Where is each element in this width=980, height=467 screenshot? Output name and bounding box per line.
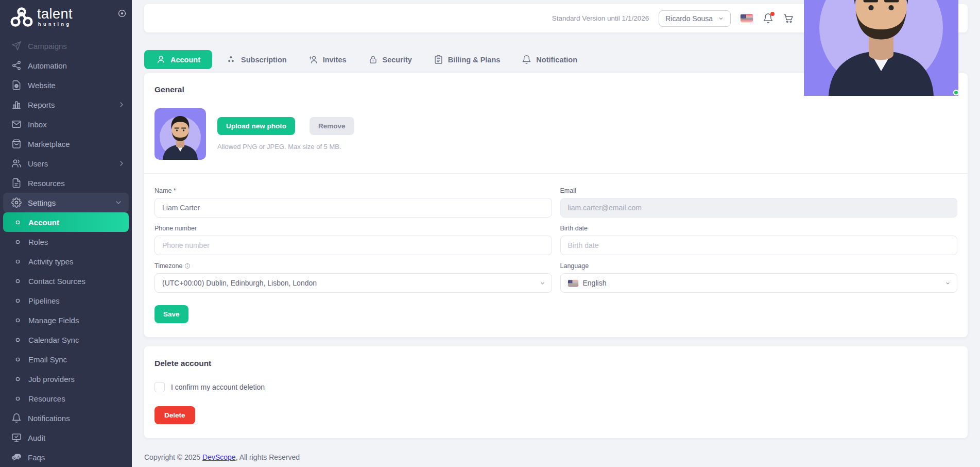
dots-icon bbox=[227, 55, 236, 64]
sidebar-item-label: Notifications bbox=[28, 414, 70, 423]
sidebar-item-users[interactable]: Users bbox=[0, 154, 132, 173]
language-value: English bbox=[583, 279, 607, 287]
tab-invites[interactable]: Invites bbox=[301, 50, 354, 69]
tab-label: Subscription bbox=[241, 56, 287, 64]
sidebar-item-label: Inbox bbox=[28, 120, 47, 129]
email-input bbox=[560, 198, 958, 218]
circle-icon bbox=[13, 218, 22, 227]
sidebar-item-label: Calendar Sync bbox=[28, 336, 79, 344]
upload-photo-button[interactable]: Upload new photo bbox=[217, 117, 295, 135]
save-button[interactable]: Save bbox=[154, 305, 188, 323]
main-content: Standard Version until 1/1/2026 Ricardo … bbox=[132, 0, 980, 467]
sidebar-item-label: Reports bbox=[28, 101, 55, 109]
sidebar-item-activity-types[interactable]: Activity types bbox=[0, 252, 132, 271]
delete-account-card: Delete account I confirm my account dele… bbox=[144, 346, 968, 438]
sidebar-item-website[interactable]: Website bbox=[0, 75, 132, 95]
sidebar-item-audit[interactable]: Audit bbox=[0, 428, 132, 447]
paper-plane-icon bbox=[11, 41, 22, 51]
user-name: Ricardo Sousa bbox=[665, 14, 713, 23]
chevron-down-icon bbox=[540, 280, 545, 286]
chevron-down-icon bbox=[718, 15, 724, 22]
user-avatar[interactable] bbox=[804, 0, 958, 96]
phone-input[interactable] bbox=[154, 236, 552, 255]
name-label: Name * bbox=[154, 187, 552, 194]
notification-badge bbox=[770, 12, 775, 16]
birth-date-label: Birth date bbox=[560, 225, 958, 232]
sidebar-item-label: Website bbox=[28, 81, 56, 90]
sidebar-item-resources[interactable]: Resources bbox=[0, 389, 132, 408]
chevron-right-icon bbox=[117, 101, 126, 109]
sidebar-item-notifications[interactable]: Notifications bbox=[0, 408, 132, 428]
website-icon bbox=[11, 80, 22, 90]
svg-text:A: A bbox=[18, 455, 20, 458]
devscope-link[interactable]: DevScope bbox=[202, 453, 236, 461]
sidebar-item-automation[interactable]: Automation bbox=[0, 56, 132, 75]
marketplace-icon bbox=[11, 139, 22, 149]
sidebar-item-pipelines[interactable]: Pipelines bbox=[0, 291, 132, 310]
tab-security[interactable]: Security bbox=[361, 50, 419, 69]
sidebar-collapse-icon[interactable] bbox=[117, 9, 127, 18]
delete-button[interactable]: Delete bbox=[154, 406, 195, 424]
sidebar-item-label: Users bbox=[28, 159, 48, 168]
sidebar-item-resources[interactable]: Resources bbox=[0, 173, 132, 193]
online-status-dot bbox=[953, 90, 959, 95]
circle-icon bbox=[13, 336, 22, 344]
tab-notification[interactable]: Notification bbox=[514, 50, 584, 69]
chevron-down-icon bbox=[114, 198, 123, 207]
phone-label: Phone number bbox=[154, 225, 552, 232]
name-input[interactable] bbox=[154, 198, 552, 218]
svg-text:Q: Q bbox=[13, 456, 15, 459]
timezone-select[interactable]: (UTC+00:00) Dublin, Edinburgh, Lisbon, L… bbox=[154, 273, 552, 293]
bell-icon[interactable] bbox=[763, 13, 773, 24]
gear-icon bbox=[11, 197, 22, 208]
sidebar-item-manage-fields[interactable]: Manage Fields bbox=[0, 310, 132, 330]
sidebar-item-settings[interactable]: Settings bbox=[3, 193, 129, 212]
confirm-deletion-label: I confirm my account deletion bbox=[171, 383, 265, 391]
sidebar-item-contact-sources[interactable]: Contact Sources bbox=[0, 271, 132, 291]
us-flag-icon[interactable] bbox=[741, 14, 753, 22]
audit-icon bbox=[11, 432, 22, 443]
sidebar-item-label: Pipelines bbox=[28, 296, 60, 305]
timezone-label: Timezone bbox=[154, 262, 182, 270]
sidebar-item-reports[interactable]: Reports bbox=[0, 95, 132, 114]
confirm-deletion-checkbox[interactable] bbox=[154, 382, 165, 392]
sidebar-item-label: Account bbox=[28, 218, 59, 227]
sidebar-item-label: Marketplace bbox=[28, 140, 70, 148]
sidebar-item-calendar-sync[interactable]: Calendar Sync bbox=[0, 330, 132, 349]
chevron-down-icon bbox=[945, 280, 951, 286]
tab-billing-plans[interactable]: Billing & Plans bbox=[426, 50, 508, 69]
tab-account[interactable]: Account bbox=[144, 50, 212, 69]
sidebar-item-label: Activity types bbox=[28, 257, 74, 266]
delete-account-title: Delete account bbox=[154, 359, 957, 368]
bell-icon bbox=[11, 413, 22, 423]
tab-label: Billing & Plans bbox=[448, 56, 501, 64]
remove-photo-button[interactable]: Remove bbox=[310, 117, 354, 135]
circle-icon bbox=[13, 296, 22, 305]
sidebar-item-label: Email Sync bbox=[28, 355, 67, 364]
sidebar-item-marketplace[interactable]: Marketplace bbox=[0, 134, 132, 154]
sidebar-item-label: Resources bbox=[28, 179, 65, 188]
faq-icon: QA bbox=[11, 452, 22, 462]
file-icon bbox=[11, 178, 22, 188]
sidebar-item-email-sync[interactable]: Email Sync bbox=[0, 349, 132, 369]
sidebar-item-inbox[interactable]: Inbox bbox=[0, 114, 132, 134]
sidebar-item-roles[interactable]: Roles bbox=[0, 232, 132, 252]
birth-date-input[interactable] bbox=[560, 236, 958, 255]
language-select[interactable]: English bbox=[560, 273, 958, 293]
sidebar-item-account[interactable]: Account bbox=[3, 212, 129, 232]
cart-icon[interactable] bbox=[783, 13, 794, 24]
circle-icon bbox=[13, 316, 22, 325]
user-dropdown[interactable]: Ricardo Sousa bbox=[659, 10, 731, 27]
automation-icon bbox=[11, 60, 22, 71]
language-label: Language bbox=[560, 262, 958, 270]
user-plus-icon bbox=[308, 55, 318, 64]
sidebar-item-campaigns[interactable]: Campaigns bbox=[0, 36, 132, 56]
sidebar-item-label: Campaigns bbox=[28, 42, 67, 51]
sidebar-item-label: Manage Fields bbox=[28, 316, 79, 325]
sidebar-item-faqs[interactable]: QAFaqs bbox=[0, 447, 132, 467]
circle-icon bbox=[13, 394, 22, 403]
divider bbox=[144, 173, 968, 174]
sidebar-item-job-providers[interactable]: Job providers bbox=[0, 369, 132, 389]
timezone-value: (UTC+00:00) Dublin, Edinburgh, Lisbon, L… bbox=[162, 279, 317, 287]
tab-subscription[interactable]: Subscription bbox=[219, 50, 294, 69]
